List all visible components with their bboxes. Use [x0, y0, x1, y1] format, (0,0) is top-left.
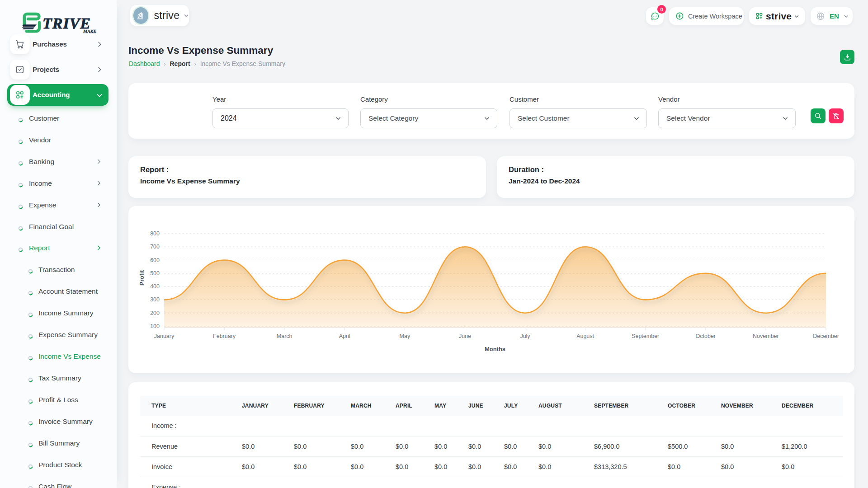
svg-text:200: 200 [150, 310, 160, 316]
svg-text:Profit: Profit [138, 270, 145, 286]
svg-text:700: 700 [150, 244, 160, 250]
svg-text:500: 500 [150, 270, 160, 277]
svg-text:December: December [813, 333, 839, 339]
svg-text:November: November [753, 333, 779, 339]
svg-text:June: June [459, 333, 471, 339]
svg-text:600: 600 [150, 257, 160, 263]
svg-text:MAKE: MAKE [83, 29, 96, 34]
svg-text:400: 400 [150, 283, 160, 290]
svg-text:May: May [400, 333, 410, 339]
svg-text:800: 800 [150, 230, 160, 237]
svg-text:300: 300 [150, 296, 160, 303]
svg-text:April: April [339, 333, 350, 339]
svg-text:September: September [632, 333, 659, 339]
svg-text:100: 100 [150, 323, 160, 329]
svg-text:January: January [154, 333, 175, 339]
svg-text:August: August [576, 333, 594, 339]
svg-text:February: February [213, 333, 236, 339]
svg-text:July: July [520, 333, 530, 339]
svg-text:October: October [696, 333, 716, 339]
svg-text:March: March [277, 333, 292, 339]
svg-text:Months: Months [485, 346, 505, 352]
